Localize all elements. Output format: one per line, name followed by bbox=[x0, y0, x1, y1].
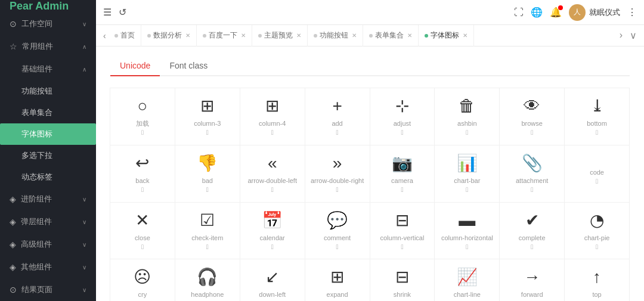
tab-form-set[interactable]: 表单集合 ✕ bbox=[363, 25, 419, 46]
tab-close-data-analysis[interactable]: ✕ bbox=[185, 32, 190, 39]
icon-glyph-close: ✕ bbox=[135, 212, 149, 229]
tab-scroll-right[interactable]: › bbox=[617, 30, 625, 41]
icon-cell-expand[interactable]: ⊞ expand bbox=[305, 259, 370, 301]
sidebar-item-other[interactable]: ◈ 其他组件 ∨ bbox=[0, 256, 96, 278]
icon-cell-code[interactable]: code bbox=[564, 145, 630, 203]
icon-cell-bad[interactable]: 👎 bad bbox=[175, 145, 240, 203]
tab-close-form-set[interactable]: ✕ bbox=[407, 32, 412, 39]
icon-glyph-bad: 👎 bbox=[197, 155, 218, 172]
icon-cell-chart-bar[interactable]: 📊 chart-bar bbox=[434, 145, 500, 203]
icon-name-code: code bbox=[590, 168, 604, 187]
tab-close-baidu[interactable]: ✕ bbox=[241, 32, 246, 39]
sidebar-item-basic[interactable]: 基础组件 ∧ bbox=[0, 58, 96, 80]
tab-scroll-left[interactable]: ‹ bbox=[101, 31, 109, 41]
content-tab-switch: Unicode Font class bbox=[110, 56, 630, 76]
tab-theme[interactable]: 主题预览 ✕ bbox=[252, 25, 308, 46]
icon-cell-calendar[interactable]: 📅 calendar bbox=[240, 202, 305, 260]
icon-glyph-bottom: ⤓ bbox=[590, 98, 604, 114]
icon-name-ashbin: ashbin bbox=[457, 119, 476, 138]
refresh-icon[interactable]: ↺ bbox=[119, 7, 126, 18]
icon-cell-browse[interactable]: 👁 browse bbox=[499, 88, 565, 145]
icon-cell-back[interactable]: ↩ back bbox=[110, 145, 175, 203]
icon-cell-top[interactable]: ↑ top bbox=[564, 259, 630, 301]
icon-name-bottom: bottom bbox=[587, 119, 607, 138]
tab-switch-unicode[interactable]: Unicode bbox=[110, 56, 160, 76]
icon-cell-camera[interactable]: 📷 camera bbox=[370, 145, 435, 203]
icon-cell-arrow-double-left[interactable]: « arrow-double-left bbox=[240, 145, 305, 203]
icon-name-back: back bbox=[135, 176, 149, 195]
icon-cell-attachment[interactable]: 📎 attachment bbox=[499, 145, 565, 203]
sidebar-item-form-set[interactable]: 表单集合 bbox=[0, 102, 96, 123]
icon-cell-complete[interactable]: ✔ complete bbox=[499, 202, 565, 260]
sidebar-item-advanced[interactable]: ◈ 进阶组件 ∨ bbox=[0, 188, 96, 210]
sidebar-item-result[interactable]: ⊙ 结果页面 ∨ bbox=[0, 278, 96, 301]
icon-cell-column-vertical[interactable]: ⊟ column-vertical bbox=[370, 202, 435, 260]
tab-switch-fontclass[interactable]: Font class bbox=[160, 56, 217, 76]
icon-glyph-down-left: ↙ bbox=[265, 269, 279, 286]
icon-glyph-arrow-double-right: » bbox=[333, 155, 342, 172]
sidebar-item-func-btn[interactable]: 功能按钮 bbox=[0, 80, 96, 102]
advanced-icon: ◈ bbox=[10, 194, 16, 204]
sidebar-item-multi-select[interactable]: 多选下拉 bbox=[0, 145, 96, 166]
icon-glyph-back: ↩ bbox=[135, 155, 149, 172]
tab-home[interactable]: 首页 bbox=[109, 25, 141, 46]
sidebar-item-font-icon[interactable]: 字体图标 bbox=[0, 123, 96, 145]
sidebar-item-dynamic-tag[interactable]: 动态标签 bbox=[0, 166, 96, 188]
icon-cell-close[interactable]: ✕ close bbox=[110, 202, 175, 260]
icon-glyph-chart-bar: 📊 bbox=[457, 155, 478, 172]
icon-cell-adjust[interactable]: ⊹ adjust bbox=[370, 88, 435, 145]
icon-cell-forward[interactable]: → forward bbox=[499, 259, 565, 301]
tab-close-func-btn[interactable]: ✕ bbox=[352, 32, 357, 39]
tab-dot-data-analysis bbox=[147, 34, 151, 38]
tab-dot-baidu bbox=[203, 34, 206, 38]
language-icon[interactable]: 🌐 bbox=[531, 7, 543, 18]
icon-glyph-adjust: ⊹ bbox=[395, 98, 409, 114]
icon-name-cry: cry bbox=[138, 290, 147, 301]
sidebar-item-common[interactable]: ☆ 常用组件 ∧ bbox=[0, 35, 96, 58]
sidebar-label-common: 常用组件 bbox=[22, 41, 53, 52]
icon-cell-加载[interactable]: ○ 加载 bbox=[110, 88, 175, 145]
icon-cell-column-3[interactable]: ⊞ column-3 bbox=[175, 88, 240, 145]
menu-toggle-icon[interactable]: ☰ bbox=[103, 7, 112, 18]
icon-glyph-attachment: 📎 bbox=[522, 155, 543, 172]
icon-cell-chart-pie[interactable]: ◔ chart-pie bbox=[564, 202, 630, 260]
icon-glyph-headphone: 🎧 bbox=[197, 269, 218, 286]
icon-glyph-calendar: 📅 bbox=[262, 212, 283, 229]
icon-cell-column-4[interactable]: ⊞ column-4 bbox=[240, 88, 305, 145]
icon-cell-ashbin[interactable]: 🗑 ashbin bbox=[434, 88, 500, 145]
avatar: 人 bbox=[569, 4, 586, 21]
common-icon: ☆ bbox=[10, 42, 17, 51]
icon-cell-down-left[interactable]: ↙ down-left bbox=[240, 259, 305, 301]
tab-label-theme: 主题预览 bbox=[264, 30, 293, 41]
tab-baidu[interactable]: 百度一下 ✕ bbox=[197, 25, 252, 46]
more-options-icon[interactable]: ⋮ bbox=[627, 7, 637, 18]
tab-font-icon[interactable]: 字体图标 ✕ bbox=[419, 25, 474, 46]
tabs-end-controls: › ∨ bbox=[617, 30, 639, 41]
sidebar-label-form-set: 表单集合 bbox=[21, 108, 52, 117]
icon-cell-bottom[interactable]: ⤓ bottom bbox=[564, 88, 630, 145]
user-avatar-wrap[interactable]: 人 就眠仪式 bbox=[569, 4, 620, 21]
sidebar-item-modal[interactable]: ◈ 弹层组件 ∨ bbox=[0, 210, 96, 233]
icon-glyph-column-vertical: ⊟ bbox=[395, 212, 409, 229]
tab-close-font-icon[interactable]: ✕ bbox=[463, 32, 467, 39]
tab-menu-btn[interactable]: ∨ bbox=[627, 30, 639, 41]
tab-func-btn[interactable]: 功能按钮 ✕ bbox=[308, 25, 363, 46]
fullscreen-icon[interactable]: ⛶ bbox=[514, 7, 524, 18]
sidebar-item-high[interactable]: ◈ 高级组件 ∨ bbox=[0, 233, 96, 256]
icon-name-column-vertical: column-vertical bbox=[380, 234, 424, 252]
icon-cell-check-item[interactable]: ☑ check-item bbox=[175, 202, 240, 260]
sidebar-item-workspace[interactable]: ⊙ 工作空间 ∨ bbox=[0, 13, 96, 35]
icon-cell-arrow-double-right[interactable]: » arrow-double-right bbox=[305, 145, 370, 203]
tab-data-analysis[interactable]: 数据分析 ✕ bbox=[141, 25, 197, 46]
icon-cell-column-horizontal[interactable]: ▬ column-horizontal bbox=[434, 202, 500, 260]
icon-name-column-4: column-4 bbox=[259, 119, 286, 138]
icon-cell-cry[interactable]: ☹ cry bbox=[110, 259, 175, 301]
icon-name-check-item: check-item bbox=[191, 234, 223, 252]
icon-cell-comment[interactable]: 💬 comment bbox=[305, 202, 370, 260]
icon-cell-headphone[interactable]: 🎧 headphone bbox=[175, 259, 240, 301]
icon-cell-add[interactable]: + add bbox=[305, 88, 370, 145]
icon-cell-shrink[interactable]: ⊟ shrink bbox=[370, 259, 435, 301]
icon-cell-chart-line[interactable]: 📈 chart-line bbox=[434, 259, 500, 301]
tab-close-theme[interactable]: ✕ bbox=[296, 32, 301, 39]
sidebar-label-workspace: 工作空间 bbox=[21, 18, 52, 29]
